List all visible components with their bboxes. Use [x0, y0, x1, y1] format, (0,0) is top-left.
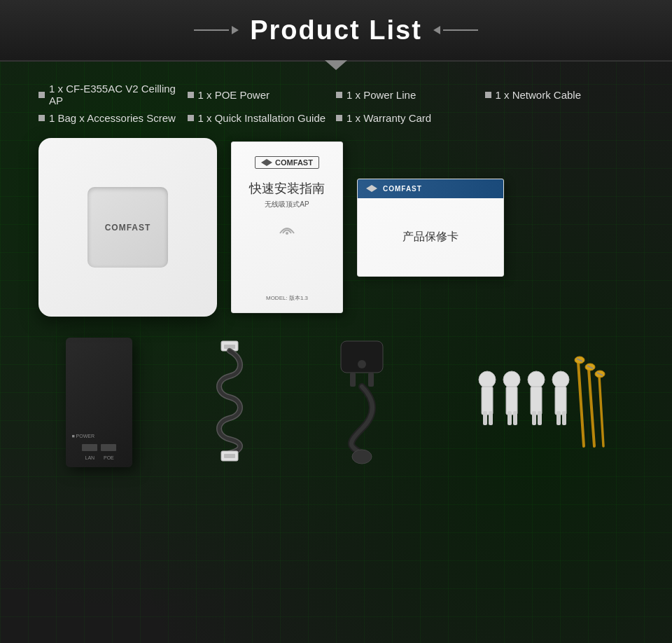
- ap-brand-label: COMFAST: [105, 223, 151, 233]
- item-label: 1 x Quick Installation Guide: [198, 112, 326, 124]
- svg-marker-2: [366, 185, 377, 192]
- item-label: 1 x Warranty Card: [346, 112, 431, 124]
- list-item: 1 x Quick Installation Guide: [188, 112, 337, 124]
- svg-point-24: [552, 371, 569, 388]
- product-list: 1 x CF-E355AC V2 Ceilling AP 1 x POE Pow…: [38, 83, 634, 124]
- poe-poe-port: [101, 444, 116, 451]
- ap-inner-panel: COMFAST: [88, 187, 168, 268]
- bullet-icon: [38, 92, 45, 98]
- chevron-down-icon: [325, 60, 347, 70]
- wall-anchor-3: [528, 371, 545, 425]
- bullet-icon: [188, 115, 194, 121]
- svg-line-31: [589, 369, 594, 446]
- network-cable-image: [202, 338, 258, 467]
- cable-illustration: [202, 338, 258, 467]
- power-line-illustration: [327, 338, 397, 467]
- page-title: Product List: [250, 15, 422, 46]
- svg-line-34: [599, 376, 603, 446]
- products-row-bottom: ■ POWER LAN POE: [38, 338, 634, 467]
- svg-point-1: [286, 232, 288, 235]
- svg-point-11: [352, 450, 372, 464]
- guide-comfast-logo: COMFAST: [255, 156, 319, 169]
- warranty-header: COMFAST: [358, 179, 503, 198]
- svg-line-28: [578, 362, 584, 446]
- svg-rect-14: [483, 411, 487, 425]
- page-header: Product List: [0, 0, 672, 62]
- screw-3: [595, 371, 605, 446]
- bullet-icon: [485, 92, 491, 98]
- svg-rect-8: [350, 373, 356, 387]
- title-wrapper: Product List: [194, 15, 478, 46]
- poe-power-label: ■ POWER: [66, 434, 94, 438]
- header-decoration-right: [433, 26, 478, 34]
- warranty-body: 产品保修卡: [358, 198, 503, 276]
- svg-rect-22: [532, 411, 536, 425]
- warranty-brand: COMFAST: [383, 185, 422, 193]
- list-item: 1 Bag x Accessories Screw: [38, 112, 188, 124]
- svg-rect-19: [513, 411, 517, 425]
- svg-point-10: [358, 360, 366, 368]
- accessories-illustration: [466, 338, 606, 467]
- svg-rect-23: [538, 411, 542, 425]
- guide-brand: COMFAST: [275, 158, 313, 167]
- warranty-title: 产品保修卡: [402, 230, 458, 244]
- screw-1: [575, 357, 584, 446]
- item-label: 1 x Power Line: [346, 89, 416, 101]
- list-item: 1 x Power Line: [336, 83, 485, 106]
- poe-adapter-image: ■ POWER LAN POE: [66, 338, 132, 467]
- svg-point-16: [503, 371, 520, 388]
- list-item: 1 x POE Power: [188, 83, 337, 106]
- svg-marker-0: [261, 159, 272, 166]
- guide-book-image: COMFAST 快速安装指南 无线吸顶式AP MODEL: 版本1.3: [231, 141, 343, 313]
- svg-rect-17: [506, 387, 517, 415]
- bullet-icon: [336, 92, 342, 98]
- guide-wifi-icon: [276, 218, 298, 239]
- item-label: 1 x CF-E355AC V2 Ceilling AP: [49, 83, 188, 106]
- list-item: 1 x CF-E355AC V2 Ceilling AP: [38, 83, 188, 106]
- warranty-card-image: COMFAST 产品保修卡: [357, 179, 504, 277]
- svg-point-20: [528, 371, 545, 388]
- bullet-icon: [336, 115, 342, 121]
- svg-rect-21: [531, 387, 542, 415]
- poe-port-labels: LAN POE: [82, 455, 116, 460]
- guide-subtitle: 无线吸顶式AP: [265, 200, 309, 209]
- svg-rect-6: [224, 454, 235, 458]
- item-label: 1 x POE Power: [198, 89, 270, 101]
- item-label: 1 Bag x Accessories Screw: [49, 112, 176, 124]
- svg-rect-25: [555, 387, 566, 415]
- list-item: 1 x Warranty Card: [336, 112, 485, 124]
- svg-rect-26: [556, 411, 561, 425]
- power-line-image: [327, 338, 397, 467]
- wall-anchor-4: [552, 371, 569, 425]
- svg-rect-18: [507, 411, 512, 425]
- svg-rect-27: [562, 411, 566, 425]
- header-decoration-left: [194, 26, 239, 34]
- item-label: 1 x Network Cable: [496, 89, 582, 101]
- products-row-top: COMFAST COMFAST 快速安装指南 无线吸顶式AP MODEL: 版本…: [38, 138, 634, 317]
- wall-anchor-1: [479, 371, 496, 425]
- svg-point-12: [479, 371, 496, 388]
- bullet-icon: [38, 115, 45, 121]
- poe-poe-label: POE: [101, 455, 116, 460]
- warranty-comfast-icon: [366, 185, 377, 192]
- ap-unit-image: COMFAST: [38, 138, 217, 317]
- wall-anchor-2: [503, 371, 520, 425]
- poe-lan-port: [82, 444, 97, 451]
- poe-ports: [82, 444, 116, 451]
- accessories-image: [466, 338, 606, 467]
- svg-rect-9: [368, 373, 374, 387]
- screw-2: [585, 364, 595, 446]
- svg-rect-15: [489, 411, 493, 425]
- bullet-icon: [188, 92, 194, 98]
- guide-model: MODEL: 版本1.3: [266, 294, 308, 302]
- poe-lan-label: LAN: [82, 455, 97, 460]
- svg-rect-13: [482, 387, 493, 415]
- list-item: 1 x Network Cable: [485, 83, 634, 106]
- comfast-logo-icon: [261, 159, 272, 166]
- content-area: 1 x CF-E355AC V2 Ceilling AP 1 x POE Pow…: [0, 62, 672, 481]
- guide-title: 快速安装指南: [249, 180, 325, 197]
